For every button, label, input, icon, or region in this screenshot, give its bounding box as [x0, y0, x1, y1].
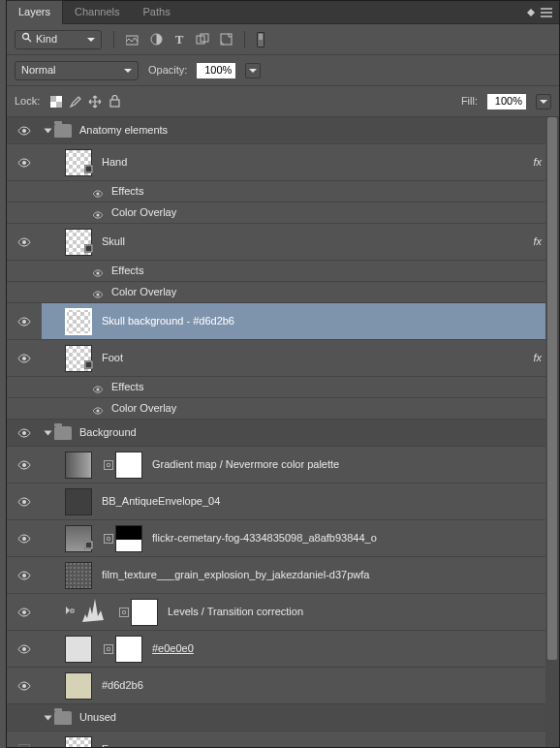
- opacity-stepper[interactable]: [245, 63, 261, 78]
- adjustment-thumb[interactable]: [65, 452, 92, 479]
- group-row-unused[interactable]: Unused: [7, 704, 559, 732]
- panel-menu-icon[interactable]: [540, 6, 553, 19]
- lock-all-icon[interactable]: [108, 95, 121, 109]
- eye-icon[interactable]: [17, 354, 31, 363]
- tab-paths[interactable]: Paths: [132, 1, 182, 23]
- layer-thumb[interactable]: [65, 636, 92, 663]
- filter-pixel-icon[interactable]: [126, 33, 140, 47]
- layer-row-grain[interactable]: film_texture___grain_explosion_by_jakezd…: [7, 557, 559, 594]
- disclosure-icon[interactable]: [45, 715, 52, 720]
- eye-icon[interactable]: [92, 384, 104, 391]
- disclosure-icon[interactable]: [45, 128, 52, 133]
- mask-thumb[interactable]: [131, 599, 158, 626]
- filter-toggle[interactable]: [257, 32, 264, 47]
- lock-move-icon[interactable]: [88, 95, 102, 109]
- group-row-anatomy[interactable]: Anatomy elements: [7, 117, 559, 144]
- collapse-icon[interactable]: [524, 6, 538, 19]
- eye-icon[interactable]: [17, 497, 31, 507]
- svg-point-33: [22, 574, 26, 577]
- eye-icon[interactable]: [17, 608, 31, 617]
- fill-value[interactable]: 100%: [487, 94, 526, 109]
- layer-row-skullbg[interactable]: Skull background - #d6d2b6: [7, 303, 559, 340]
- svg-rect-35: [71, 609, 74, 612]
- lock-brush-icon[interactable]: [69, 95, 82, 109]
- eye-icon[interactable]: [92, 188, 104, 196]
- mask-thumb[interactable]: [115, 636, 142, 663]
- svg-point-20: [96, 293, 99, 296]
- fx-indicator[interactable]: fx: [533, 352, 542, 364]
- blend-mode-select[interactable]: Normal: [15, 61, 139, 80]
- eye-icon[interactable]: [92, 405, 104, 413]
- filter-type-icon[interactable]: T: [172, 33, 186, 47]
- layer-row-gradmap[interactable]: Gradient map / Nevermore color palette: [7, 447, 559, 483]
- mask-link-icon[interactable]: [104, 644, 113, 654]
- layer-row-frame[interactable]: Frame: [7, 732, 559, 747]
- eye-icon[interactable]: [17, 644, 31, 654]
- fill-label: Fill:: [461, 95, 478, 108]
- eye-icon[interactable]: [17, 534, 31, 544]
- svg-point-37: [22, 684, 26, 688]
- lock-transparency-icon[interactable]: [49, 95, 63, 109]
- fx-indicator[interactable]: fx: [533, 156, 542, 169]
- vertical-scrollbar[interactable]: [545, 117, 559, 747]
- visibility-empty[interactable]: [18, 744, 30, 748]
- fx-indicator[interactable]: fx: [533, 235, 542, 248]
- layer-row-hand[interactable]: Hand fx: [7, 144, 559, 181]
- adjustment-thumb[interactable]: [80, 599, 108, 626]
- mask-link-icon[interactable]: [104, 460, 113, 470]
- layer-row-e0[interactable]: #e0e0e0: [7, 631, 559, 668]
- eye-icon[interactable]: [17, 428, 31, 438]
- svg-point-30: [22, 537, 26, 541]
- smartobject-badge-icon: [84, 243, 93, 256]
- layer-row-skull[interactable]: Skull fx: [7, 224, 559, 261]
- filter-smartobject-icon[interactable]: [219, 33, 233, 47]
- eye-icon[interactable]: [17, 571, 31, 580]
- filter-shape-icon[interactable]: [196, 33, 209, 47]
- kind-select[interactable]: Kind: [15, 30, 102, 49]
- mask-link-icon[interactable]: [119, 608, 129, 617]
- filter-bar: Kind T: [7, 24, 559, 55]
- group-row-background[interactable]: Background: [7, 420, 559, 447]
- panel-tabbar: Layers Channels Paths: [7, 1, 559, 24]
- layer-thumb[interactable]: [65, 149, 92, 176]
- layer-thumb[interactable]: [65, 525, 92, 552]
- svg-rect-8: [56, 102, 62, 108]
- eye-icon[interactable]: [17, 237, 31, 247]
- layer-thumb[interactable]: [65, 345, 92, 372]
- svg-point-19: [96, 271, 99, 274]
- disclosure-icon[interactable]: [45, 430, 52, 435]
- opacity-value[interactable]: 100%: [197, 63, 235, 78]
- layer-row-foot[interactable]: Foot fx: [7, 340, 559, 377]
- fill-stepper[interactable]: [536, 94, 551, 109]
- layer-thumb[interactable]: [65, 736, 92, 748]
- layer-row-d6[interactable]: #d6d2b6: [7, 668, 559, 704]
- svg-point-14: [96, 192, 99, 195]
- eye-icon[interactable]: [92, 267, 104, 275]
- eye-icon[interactable]: [17, 681, 31, 691]
- layer-thumb[interactable]: [65, 488, 92, 515]
- folder-icon: [54, 426, 72, 440]
- layer-thumb[interactable]: [65, 562, 92, 589]
- eye-icon[interactable]: [17, 317, 31, 327]
- layer-row-fog[interactable]: flickr-cemetary-fog-4334835098_a8afb9384…: [7, 520, 559, 557]
- layer-thumb[interactable]: [65, 229, 92, 256]
- layer-row-levels[interactable]: Levels / Transition correction: [7, 594, 559, 631]
- eye-icon[interactable]: [17, 158, 31, 168]
- layer-thumb[interactable]: [65, 308, 92, 335]
- layer-thumb[interactable]: [65, 672, 92, 700]
- eye-icon[interactable]: [92, 289, 104, 296]
- fx-row: Color Overlay: [7, 398, 559, 420]
- eye-icon[interactable]: [17, 126, 31, 136]
- eye-icon[interactable]: [92, 209, 104, 217]
- scrollbar-thumb[interactable]: [547, 117, 557, 660]
- mask-link-icon[interactable]: [104, 534, 113, 544]
- lock-label: Lock:: [15, 95, 40, 108]
- tab-layers[interactable]: Layers: [7, 0, 63, 23]
- tab-channels[interactable]: Channels: [63, 1, 131, 23]
- svg-point-25: [96, 388, 99, 390]
- layer-row-envelope[interactable]: BB_AntiqueEnvelope_04: [7, 483, 559, 520]
- mask-thumb[interactable]: [115, 525, 142, 552]
- mask-thumb[interactable]: [115, 452, 142, 479]
- filter-adjustment-icon[interactable]: [149, 33, 163, 47]
- eye-icon[interactable]: [17, 460, 31, 470]
